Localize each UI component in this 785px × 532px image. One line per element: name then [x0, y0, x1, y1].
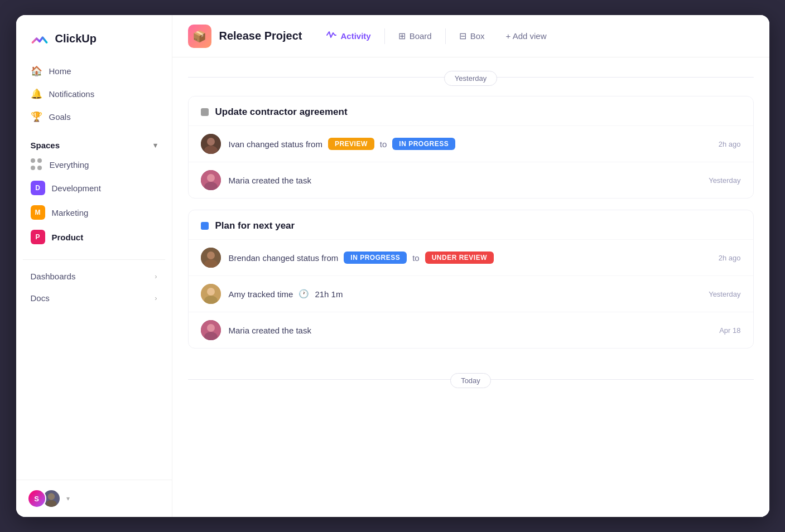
- activity-text-brendan: Brendan changed status from IN PROGRESS …: [229, 252, 711, 264]
- ivan-face: [201, 134, 221, 154]
- marketing-badge: M: [31, 205, 45, 220]
- amy-tracked-time: 21h 1m: [315, 289, 343, 299]
- sidebar-item-docs[interactable]: Docs ›: [16, 287, 172, 309]
- task-color-dot-2: [201, 222, 209, 230]
- date-divider-today: Today: [172, 360, 769, 398]
- activity-row-ivan: Ivan changed status from PREVIEW to IN P…: [189, 125, 753, 162]
- svg-point-15: [207, 324, 215, 332]
- user-avatars: S: [27, 489, 61, 508]
- activity-text-maria-1: Maria created the task: [229, 176, 701, 185]
- date-label-yesterday: Yesterday: [444, 71, 497, 86]
- arrow-to-2: to: [412, 253, 420, 263]
- user-avatar-s: S: [27, 489, 46, 508]
- svg-point-6: [207, 174, 215, 182]
- date-label-today: Today: [450, 373, 491, 388]
- tab-board[interactable]: ⊞ Board: [389, 26, 441, 46]
- maria-face-1: [201, 170, 221, 190]
- maria-created-1: Maria created the task: [229, 176, 311, 185]
- activity-text-amy: Amy tracked time 🕐 21h 1m: [229, 289, 701, 299]
- box-icon: ⊟: [459, 31, 466, 41]
- activity-row-brendan: Brendan changed status from IN PROGRESS …: [189, 239, 753, 275]
- activity-time-amy: Yesterday: [709, 290, 740, 298]
- activity-time-ivan: 2h ago: [719, 140, 741, 148]
- add-view-button[interactable]: + Add view: [498, 27, 555, 45]
- status-badge-inprogress-2: IN PROGRESS: [344, 252, 407, 264]
- dashboards-label: Dashboards: [31, 272, 76, 281]
- tab-activity[interactable]: Activity: [317, 26, 379, 47]
- card-header-2: Plan for next year: [189, 210, 753, 239]
- development-badge: D: [31, 181, 45, 195]
- sidebar-item-development[interactable]: D Development: [23, 176, 165, 200]
- status-badge-inprogress-1: IN PROGRESS: [392, 138, 455, 150]
- sidebar-item-notifications[interactable]: 🔔 Notifications: [23, 83, 165, 105]
- topbar: 📦 Release Project Activity ⊞ Board: [172, 15, 769, 57]
- sidebar-item-goals[interactable]: 🏆 Goals: [23, 105, 165, 128]
- ivan-text: Ivan changed status from: [229, 139, 322, 149]
- tab-box[interactable]: ⊟ Box: [450, 26, 494, 46]
- avatar-maria-2: [201, 320, 221, 340]
- date-divider-yesterday: Yesterday: [172, 57, 769, 96]
- sidebar-item-home[interactable]: 🏠 Home: [23, 60, 165, 83]
- activity-text-maria-2: Maria created the task: [229, 326, 712, 335]
- sidebar-item-notifications-label: Notifications: [49, 89, 95, 99]
- avatar-amy: [201, 284, 221, 304]
- everything-grid-icon: [31, 158, 43, 171]
- task-color-dot-1: [201, 108, 209, 116]
- tab-divider-1: [384, 28, 385, 44]
- clock-icon: 🕐: [298, 289, 309, 299]
- maria-created-2: Maria created the task: [229, 326, 311, 335]
- sidebar-item-development-label: Development: [52, 183, 101, 193]
- activity-icon: [326, 30, 336, 42]
- add-view-label: + Add view: [506, 31, 547, 41]
- activity-row-maria-1: Maria created the task Yesterday: [189, 162, 753, 198]
- sidebar-footer: S ▾: [16, 480, 172, 517]
- activity-text-ivan: Ivan changed status from PREVIEW to IN P…: [229, 138, 711, 150]
- bell-icon: 🔔: [31, 88, 42, 100]
- sidebar-item-marketing[interactable]: M Marketing: [23, 200, 165, 225]
- task-title-1: Update contractor agreement: [215, 107, 348, 118]
- activity-row-amy: Amy tracked time 🕐 21h 1m Yesterday: [189, 275, 753, 312]
- tab-bar: Activity ⊞ Board ⊟ Box + Add view: [317, 15, 554, 57]
- activity-time-maria-1: Yesterday: [709, 176, 740, 185]
- tab-box-label: Box: [470, 31, 485, 41]
- spaces-header[interactable]: Spaces ▾: [23, 137, 165, 153]
- main-content: 📦 Release Project Activity ⊞ Board: [172, 15, 769, 517]
- arrow-to-1: to: [380, 139, 387, 149]
- clickup-logo-icon: [30, 28, 50, 49]
- sidebar-item-everything-label: Everything: [50, 160, 89, 170]
- avatar-maria-1: [201, 170, 221, 190]
- svg-point-1: [46, 500, 56, 508]
- tab-board-label: Board: [410, 31, 432, 41]
- docs-label: Docs: [31, 293, 50, 303]
- sidebar-item-goals-label: Goals: [49, 112, 71, 122]
- tab-divider-2: [445, 28, 446, 44]
- avatar-ivan: [201, 134, 221, 154]
- activity-time-maria-2: Apr 18: [719, 326, 740, 335]
- task-title-2: Plan for next year: [215, 220, 295, 231]
- tab-activity-label: Activity: [340, 31, 370, 41]
- logo: ClickUp: [16, 15, 172, 60]
- product-badge: P: [31, 230, 45, 244]
- activity-time-brendan: 2h ago: [719, 254, 741, 262]
- activity-content: Yesterday Update contractor agreement: [172, 57, 769, 517]
- sidebar-nav: 🏠 Home 🔔 Notifications 🏆 Goals: [16, 60, 172, 128]
- sidebar-item-product[interactable]: P Product: [23, 225, 165, 249]
- brendan-face: [201, 248, 221, 268]
- footer-chevron-icon[interactable]: ▾: [66, 495, 70, 502]
- activity-card-2: Plan for next year Brendan changed statu…: [188, 210, 754, 349]
- spaces-label: Spaces: [31, 141, 60, 150]
- activity-row-maria-2: Maria created the task Apr 18: [189, 312, 753, 348]
- status-badge-underreview: UNDER REVIEW: [425, 252, 494, 264]
- project-icon: 📦: [188, 25, 211, 48]
- amy-face: [201, 284, 221, 304]
- svg-point-3: [207, 138, 215, 146]
- avatar-brendan: [201, 248, 221, 268]
- card-header-1: Update contractor agreement: [189, 96, 753, 125]
- svg-point-0: [47, 493, 54, 500]
- app-container: ClickUp 🏠 Home 🔔 Notifications 🏆 Goals S…: [16, 15, 769, 517]
- sidebar-item-dashboards[interactable]: Dashboards ›: [16, 265, 172, 287]
- status-badge-preview: PREVIEW: [328, 138, 374, 150]
- sidebar-item-everything[interactable]: Everything: [23, 153, 165, 176]
- sidebar-item-product-label: Product: [52, 233, 84, 242]
- sidebar-divider: [23, 259, 165, 260]
